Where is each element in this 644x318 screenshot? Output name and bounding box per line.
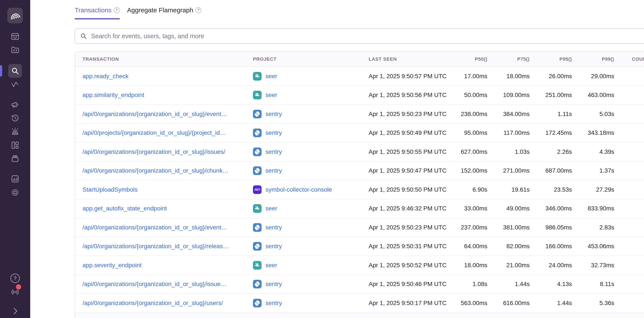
p95-cell: 4.13s [530, 281, 572, 287]
column-header-project[interactable]: PROJECT [246, 56, 361, 62]
table-row[interactable]: app.similarity_endpoint .NET seer Apr 1,… [75, 86, 644, 105]
p99-cell: 4.39s [572, 148, 614, 155]
transaction-link[interactable]: /api/0/organizations/{organization_id_or… [82, 281, 226, 287]
project-link[interactable]: sentry [266, 224, 282, 231]
transaction-link[interactable]: app.similarity_endpoint [82, 92, 144, 98]
p75-cell: 381.00ms [487, 224, 530, 231]
last-seen-cell: Apr 1, 2025 9:50:31 PM UTC [361, 243, 447, 250]
column-header-count[interactable]: COUNT() ↓ [614, 56, 644, 63]
sidebar-item-help[interactable]: ? [10, 273, 20, 283]
sidebar: ? [0, 0, 30, 318]
project-link[interactable]: sentry [266, 243, 282, 250]
transaction-link[interactable]: /api/0/organizations/{organization_id_or… [82, 300, 223, 306]
p50-cell: 152.00ms [447, 167, 487, 174]
sidebar-item-search[interactable] [8, 64, 22, 78]
sidebar-item-explore[interactable] [10, 45, 20, 55]
search-bar[interactable] [75, 28, 644, 44]
search-input[interactable] [91, 33, 644, 40]
p50-cell: 627.00ms [447, 148, 487, 155]
column-header-p50[interactable]: P50() [447, 56, 487, 62]
transaction-link[interactable]: /api/0/organizations/{organization_id_or… [82, 243, 229, 249]
p95-cell: 166.00ms [530, 243, 572, 250]
project-link[interactable]: sentry [266, 300, 282, 306]
table-row[interactable]: /api/0/organizations/{organization_id_or… [75, 275, 644, 294]
transaction-link[interactable]: app.get_autofix_state_endpoint [82, 205, 167, 212]
tab-aggregate-flamegraph[interactable]: Aggregate Flamegraph ? [127, 7, 202, 20]
p50-cell: 6.90s [447, 186, 487, 193]
project-link[interactable]: sentry [266, 111, 282, 118]
project-link[interactable]: sentry [266, 281, 282, 287]
column-header-transaction[interactable]: TRANSACTION [75, 56, 246, 62]
sentry-logo[interactable] [7, 8, 23, 23]
transaction-link[interactable]: /api/0/organizations/{organization_id_or… [82, 111, 227, 117]
table-row[interactable]: app.get_autofix_state_endpoint .NET seer… [75, 199, 644, 218]
project-cell: .NET sentry [246, 166, 361, 175]
tab-transactions[interactable]: Transactions ? [75, 7, 120, 20]
project-link[interactable]: sentry [266, 167, 282, 174]
sidebar-item-alerts[interactable] [10, 127, 20, 136]
table-row[interactable]: /api/0/organizations/{organization_id_or… [75, 105, 644, 124]
transaction-cell: StartUploadSymbols [75, 186, 246, 193]
p99-cell: 1.37s [572, 167, 614, 174]
active-nav-indicator [0, 65, 2, 77]
project-cell: .NET sentry [246, 280, 361, 288]
transaction-cell: /api/0/organizations/{organization_id_or… [75, 111, 246, 118]
project-link[interactable]: seer [266, 262, 277, 269]
table-row[interactable]: StartUploadSymbols .NET symbol-collector… [75, 180, 644, 199]
project-link[interactable]: symbol-collector-console [266, 186, 332, 193]
help-icon[interactable]: ? [195, 7, 201, 13]
table-row[interactable]: /api/0/organizations/{organization_id_or… [75, 294, 644, 313]
sidebar-item-stats[interactable] [10, 174, 20, 184]
table-row[interactable]: /api/0/organizations/{organization_id_or… [75, 237, 644, 256]
help-icon[interactable]: ? [114, 7, 120, 13]
p75-cell: 117.00ms [487, 129, 530, 136]
project-link[interactable]: sentry [266, 148, 282, 155]
table-row[interactable]: /api/0/projects/{organization_id_or_slug… [75, 124, 644, 143]
p50-cell: 238.00ms [447, 111, 487, 118]
python-platform-icon: .NET [253, 129, 262, 137]
transaction-link[interactable]: /api/0/organizations/{organization_id_or… [82, 167, 228, 174]
column-header-p95[interactable]: P95() [530, 56, 572, 62]
p95-cell: 1.44s [530, 300, 572, 306]
project-link[interactable]: seer [266, 205, 277, 212]
transaction-cell: /api/0/organizations/{organization_id_or… [75, 243, 246, 250]
transaction-link[interactable]: app.ready_check [82, 73, 128, 80]
transaction-link[interactable]: app.severity_endpoint [82, 262, 142, 268]
table-row[interactable]: /api/0/organizations/{organization_id_or… [75, 162, 644, 181]
column-header-p99[interactable]: P99() [572, 56, 614, 62]
column-header-p75[interactable]: P75() [487, 56, 530, 62]
table-row[interactable]: /api/0/organizations/{organization_id_or… [75, 143, 644, 162]
p95-cell: 346.00ms [530, 205, 572, 212]
p50-cell: 95.00ms [447, 129, 487, 136]
table-row[interactable]: app.severity_endpoint .NET seer Apr 1, 2… [75, 256, 644, 275]
sidebar-item-issues[interactable] [10, 32, 20, 41]
project-link[interactable]: seer [266, 92, 277, 99]
sidebar-item-settings[interactable] [10, 188, 20, 197]
sidebar-item-dashboards[interactable] [10, 140, 20, 150]
transaction-link[interactable]: StartUploadSymbols [82, 186, 138, 193]
sidebar-collapse-button[interactable] [10, 306, 20, 316]
table-row[interactable]: /api/0/organizations/{organization_id_or… [75, 218, 644, 237]
p75-cell: 384.00ms [487, 111, 530, 118]
transaction-link[interactable]: /api/0/projects/{organization_id_or_slug… [82, 129, 226, 136]
project-link[interactable]: sentry [266, 129, 282, 136]
project-link[interactable]: seer [266, 73, 277, 80]
transaction-link[interactable]: /api/0/organizations/{organization_id_or… [82, 224, 227, 231]
siren-icon [10, 127, 20, 136]
sidebar-item-traces[interactable] [10, 80, 20, 89]
table-row[interactable]: app.ready_check .NET seer Apr 1, 2025 9:… [75, 67, 644, 86]
sidebar-item-replays[interactable] [10, 113, 20, 123]
column-header-last-seen[interactable]: LAST SEEN [361, 56, 447, 62]
megaphone-icon [10, 100, 20, 109]
folder-code-icon [10, 45, 20, 55]
transaction-link[interactable]: /api/0/organizations/{organization_id_or… [82, 148, 225, 155]
sidebar-item-crons[interactable] [10, 154, 20, 163]
p75-cell: 21.00ms [487, 262, 530, 269]
count-cell: 109k [614, 73, 644, 80]
count-cell: 12k [614, 148, 644, 155]
p95-cell: 2.26s [530, 148, 572, 155]
count-cell: 12k [614, 167, 644, 174]
count-cell: 6k [614, 243, 644, 250]
p95-cell: 1.11s [530, 111, 572, 118]
sidebar-item-feedback[interactable] [10, 100, 20, 109]
